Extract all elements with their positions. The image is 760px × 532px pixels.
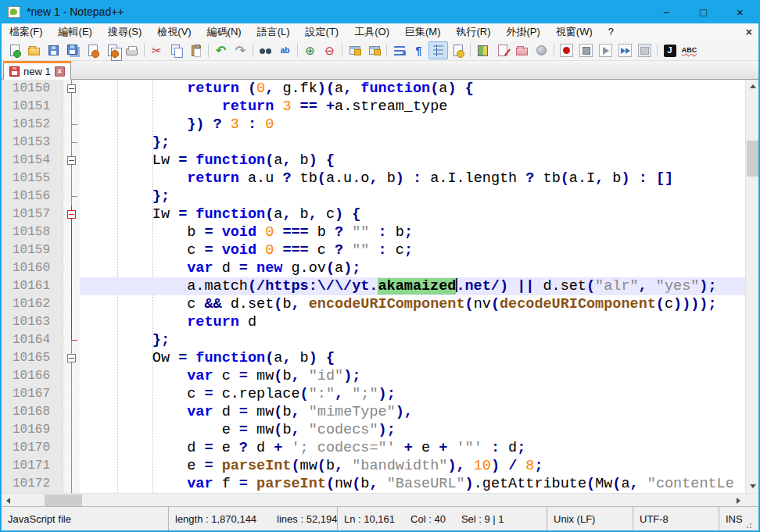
fold-margin-cell[interactable] [63,134,80,152]
function-list-icon[interactable] [448,41,468,59]
line-number[interactable]: 10159 [2,241,63,259]
line-number[interactable]: 10151 [2,98,63,116]
line-number[interactable]: 10164 [2,331,63,349]
code-text[interactable]: c = c.replace(":", ";"); [80,385,745,403]
line-number[interactable]: 10150 [2,80,63,98]
file-monitoring-icon[interactable] [532,41,551,59]
menu-item-6[interactable]: 設定(T) [298,23,347,41]
code-text[interactable]: a.match(/https:\/\/yt.akamaized.net/) ||… [80,277,745,295]
code-text[interactable]: Iw = function(a, b, c) { [80,205,745,223]
line-number[interactable]: 10166 [2,367,63,385]
open-file-icon[interactable] [24,41,44,59]
find-icon[interactable] [256,41,275,59]
fold-margin-cell[interactable] [63,98,80,116]
menu-item-0[interactable]: 檔案(F) [2,23,51,41]
print-icon[interactable] [122,41,142,59]
fold-margin-cell[interactable] [63,277,80,295]
code-text[interactable]: var d = mw(b, "mimeType"), [80,403,745,421]
fold-margin-cell[interactable] [63,187,80,205]
line-number[interactable]: 10158 [2,223,63,241]
fold-margin-cell[interactable] [63,259,80,277]
sync-horizontal-scrolling-icon[interactable] [364,41,384,59]
tab-close-icon[interactable]: × [55,66,65,77]
line-number[interactable]: 10169 [2,421,63,439]
status-eol-format[interactable]: Unix (LF) [547,507,633,530]
redo-icon[interactable]: ↷ [231,41,250,59]
scroll-up-arrow[interactable] [746,80,758,93]
line-number[interactable]: 10162 [2,295,63,313]
menu-item-7[interactable]: 工具(O) [346,23,397,41]
resize-grip-icon[interactable] [746,521,752,529]
line-number[interactable]: 10172 [2,475,63,493]
line-number[interactable]: 10156 [2,187,63,205]
menu-item-12[interactable]: ? [600,23,622,41]
menu-item-1[interactable]: 編輯(E) [51,23,100,41]
undo-icon[interactable]: ↶ [211,41,231,59]
line-number[interactable]: 10157 [2,205,63,223]
zoom-out-icon[interactable]: ⊖ [320,41,339,59]
code-text[interactable]: c && d.set(b, encodeURIComponent(nv(deco… [80,295,745,313]
macro-stop-icon[interactable] [576,41,596,59]
fold-margin-cell[interactable] [63,241,80,259]
fold-margin-cell[interactable] [63,205,80,223]
vertical-scrollbar[interactable] [745,80,758,493]
jstool-plugin-icon[interactable]: J [660,41,679,59]
line-number[interactable]: 10171 [2,457,63,475]
insert-mode-label[interactable]: INS [726,513,743,525]
fold-margin-cell[interactable] [63,152,80,170]
menu-item-8[interactable]: 巨集(M) [397,23,449,41]
sync-vertical-scrolling-icon[interactable] [345,41,364,59]
menu-item-4[interactable]: 編碼(N) [199,23,249,41]
line-number[interactable]: 10161 [2,277,63,295]
indent-guide-icon[interactable] [428,41,448,59]
title-bar[interactable]: *new 1 - Notepad++ − □ × [2,0,758,23]
document-switcher-icon[interactable] [493,41,512,59]
menu-item-9[interactable]: 執行(R) [448,23,498,41]
fold-margin-cell[interactable] [63,385,80,403]
code-text[interactable]: Lw = function(a, b) { [80,152,745,170]
code-text[interactable]: }; [80,331,745,349]
code-text[interactable]: return d [80,313,745,331]
fold-margin-cell[interactable] [63,457,80,475]
code-text[interactable]: }) ? 3 : 0 [80,116,745,134]
line-number[interactable]: 10165 [2,349,63,367]
code-text[interactable]: return a.u ? tb(a.u.o, b) : a.I.length ?… [80,170,745,187]
code-text[interactable]: return (0, g.fk)(a, function(a) { [80,80,745,98]
line-number[interactable]: 10163 [2,313,63,331]
code-text[interactable]: }; [80,134,745,152]
status-encoding[interactable]: UTF-8 [633,507,719,530]
fold-margin-cell[interactable] [63,80,80,98]
code-text[interactable]: var c = mw(b, "id"); [80,367,745,385]
close-button[interactable]: × [722,0,758,23]
vertical-scroll-thumb[interactable] [747,141,758,177]
paste-icon[interactable] [186,41,206,59]
new-file-icon[interactable] [5,41,24,59]
fold-margin-cell[interactable] [63,223,80,241]
close-icon[interactable] [83,41,102,59]
horizontal-scrollbar[interactable] [2,494,745,506]
spell-check-icon[interactable]: ABC [679,41,699,59]
folder-as-workspace-icon[interactable] [512,41,532,59]
fold-margin-cell[interactable] [63,170,80,187]
minimize-button[interactable]: − [648,0,685,23]
line-number[interactable]: 10167 [2,385,63,403]
line-number[interactable]: 10155 [2,170,63,187]
close-all-icon[interactable] [102,41,122,59]
word-wrap-icon[interactable] [389,41,409,59]
code-text[interactable]: var d = new g.ov(a); [80,259,745,277]
menu-item-10[interactable]: 外掛(P) [499,23,548,41]
macro-run-multiple-icon[interactable] [615,41,635,59]
scroll-left-arrow[interactable] [2,494,15,507]
fold-margin-cell[interactable] [63,421,80,439]
maximize-button[interactable]: □ [685,0,722,23]
line-number[interactable]: 10168 [2,403,63,421]
code-text[interactable]: c = void 0 === c ? "" : c; [80,241,745,259]
fold-margin-cell[interactable] [63,403,80,421]
fold-margin-cell[interactable] [63,367,80,385]
menu-item-3[interactable]: 檢視(V) [149,23,199,41]
macro-play-icon[interactable] [596,41,615,59]
fold-margin-cell[interactable] [63,116,80,134]
code-text[interactable]: }; [80,187,745,205]
code-text[interactable]: Ow = function(a, b) { [80,349,745,367]
line-number[interactable]: 10154 [2,152,63,170]
